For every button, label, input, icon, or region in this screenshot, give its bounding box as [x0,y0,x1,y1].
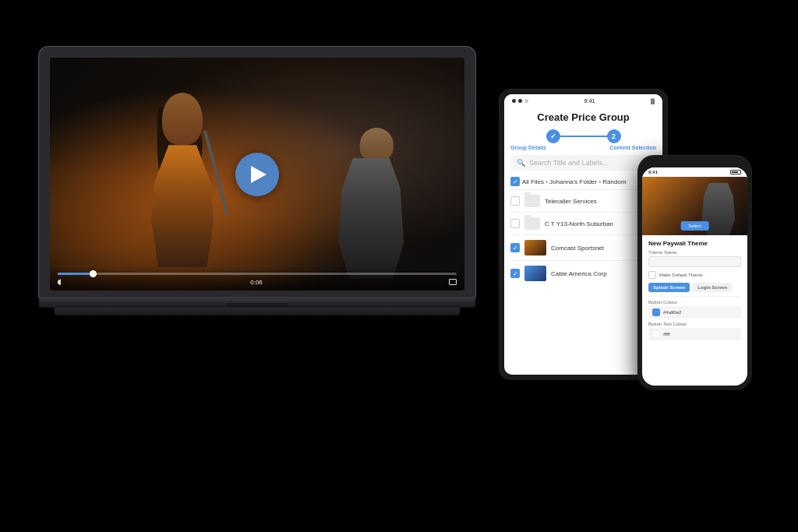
laptop-hinge [226,303,288,308]
make-default-row: Make Default Theme [648,271,741,279]
phone-screen: 9:41 Select New Paywall Theme Theme Name [642,167,747,386]
theme-name-label: Theme Name [648,250,741,255]
breadcrumb-path: All Files › Johanna's Folder › Random [522,178,627,185]
singer-figure [125,93,241,267]
tablet-signal [512,99,528,103]
button-colour-swatch [652,308,660,316]
file-checkbox-3[interactable] [510,243,520,252]
button-colour-field[interactable]: #4a90e2 [648,306,741,319]
video-progress-dot [90,270,97,277]
phone-time: 9:41 [648,170,658,174]
step-1-label: Group Details [510,145,546,150]
video-timestamp: 0:06 [250,279,263,286]
singer-head [162,93,203,145]
file-checkbox-2[interactable] [510,219,520,228]
step-line [560,136,607,137]
video-controls: 0:06 [50,266,464,291]
login-screen-tab[interactable]: Login Screen [693,283,732,292]
file-row-4: Cable America Corp [510,260,656,286]
laptop-bezel: 0:06 [39,47,475,297]
play-icon [251,166,267,183]
video-progress-fill [58,273,90,275]
button-text-colour-label: Button Text Colour [648,322,741,326]
step-1-circle: ✓ [546,129,560,143]
phone-status-icons [730,170,741,174]
singer-body [148,145,217,267]
video-left-icons [58,278,64,286]
phone-battery-icon [730,170,741,174]
phone-status-bar: 9:41 [642,167,747,177]
phone-divider-1 [648,296,741,297]
step-2-circle: 2 [607,129,621,143]
file-row-1: Telecaller Services [510,189,656,212]
theme-name-input[interactable] [648,256,741,267]
tablet-battery: ▓ [651,98,655,104]
make-default-checkbox[interactable] [648,271,656,279]
laptop-foot [55,308,460,315]
search-placeholder-text: Search Title and Labels... [529,159,609,167]
guitarist-head [360,128,394,161]
file-row-2: C T Y13-North Suburban [510,212,656,234]
laptop-base [39,297,475,308]
laptop-screen: 0:06 [50,58,464,291]
search-icon: 🔍 [517,159,525,167]
file-checkbox-4[interactable] [510,269,520,278]
signal-dot-1 [512,99,516,103]
button-colour-label: Button Colour [648,300,741,305]
fullscreen-icon[interactable] [449,279,457,285]
breadcrumb-select-all[interactable]: ✓ [510,177,520,186]
button-text-colour-swatch [652,330,660,338]
step-indicator: ✓ 2 [504,126,662,145]
file-checkbox-1[interactable] [510,196,520,206]
button-text-colour-value: #fff [663,332,669,336]
signal-dot-3 [524,99,528,103]
make-default-label: Make Default Theme [659,273,703,277]
phone-select-button[interactable]: Select [680,221,709,231]
video-thumbnail-4 [524,266,546,281]
guitarist-figure [320,128,423,280]
video-thumbnail-3 [524,240,546,255]
phone-tabs: Splash Screen Login Screen [648,283,741,292]
tablet-search-bar[interactable]: 🔍 Search Title and Labels... [510,155,656,171]
signal-dot-2 [518,99,522,103]
step-2-label: Content Selection [609,145,656,150]
video-thumb-4 [524,266,546,281]
video-progress-bar[interactable] [58,273,457,275]
phone-notch [680,160,711,166]
scene: 0:06 9:41 ▓ Create Price Grou [0,0,798,532]
tablet-status-bar: 9:41 ▓ [504,94,662,107]
tablet-page-title: Create Price Group [504,107,662,126]
video-thumb-3 [524,240,546,255]
folder-icon-1 [524,195,540,207]
splash-screen-tab[interactable]: Splash Screen [648,283,690,292]
phone: 9:41 Select New Paywall Theme Theme Name [638,156,751,389]
folder-icon-2 [524,217,540,230]
laptop: 0:06 [39,47,475,315]
play-button[interactable] [235,153,279,196]
phone-section-title: New Paywall Theme [648,240,741,247]
video-time-row: 0:06 [58,278,457,286]
checkmark-icon: ✓ [513,178,518,185]
button-text-colour-field[interactable]: #fff [648,328,741,340]
phone-video-area: Select [642,177,747,235]
file-row-3: Comcast Sportsnet [510,234,656,260]
tablet-time: 9:41 [584,98,595,104]
button-colour-value: #4a90e2 [663,310,681,315]
step-labels: Group Details Content Selection [504,145,662,150]
guitarist-body [335,158,408,280]
phone-content: New Paywall Theme Theme Name Make Defaul… [642,235,747,348]
volume-icon[interactable] [58,278,64,286]
